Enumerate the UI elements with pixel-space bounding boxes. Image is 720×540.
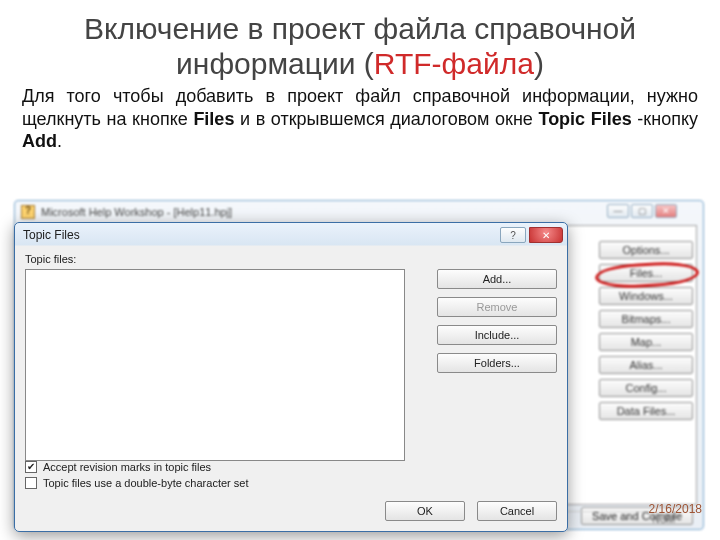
checkbox-group: ✔ Accept revision marks in topic files T… bbox=[25, 461, 248, 489]
dialog-side-buttons: Add... Remove Include... Folders... bbox=[437, 269, 557, 373]
slide-date: 2/16/2018 bbox=[649, 502, 702, 516]
dialog-ok-row: OK Cancel bbox=[385, 501, 557, 521]
window-titlebar: Microsoft Help Workshop - [Help11.hpj] bbox=[15, 201, 703, 223]
bitmaps-button[interactable]: Bitmaps... bbox=[599, 310, 693, 328]
slide-title: Включение в проект файла справочной инфо… bbox=[0, 0, 720, 85]
title-tail: ) bbox=[534, 47, 544, 80]
add-button[interactable]: Add... bbox=[437, 269, 557, 289]
app-icon bbox=[21, 205, 35, 219]
check1-label: Accept revision marks in topic files bbox=[43, 461, 211, 473]
checkbox-icon: ✔ bbox=[25, 461, 37, 473]
remove-button: Remove bbox=[437, 297, 557, 317]
alias-button[interactable]: Alias... bbox=[599, 356, 693, 374]
window-caption-buttons: — ▢ ✕ bbox=[607, 204, 677, 218]
dialog-close-button[interactable]: ✕ bbox=[529, 227, 563, 243]
topic-files-dialog: Topic Files ? ✕ Topic files: Add... Remo… bbox=[14, 222, 568, 532]
close-button[interactable]: ✕ bbox=[655, 204, 677, 218]
map-button[interactable]: Map... bbox=[599, 333, 693, 351]
double-byte-checkbox[interactable]: Topic files use a double-byte character … bbox=[25, 477, 248, 489]
dialog-help-button[interactable]: ? bbox=[500, 227, 526, 243]
windows-button[interactable]: Windows... bbox=[599, 287, 693, 305]
include-button[interactable]: Include... bbox=[437, 325, 557, 345]
cancel-button[interactable]: Cancel bbox=[477, 501, 557, 521]
minimize-button[interactable]: — bbox=[607, 204, 629, 218]
ok-button[interactable]: OK bbox=[385, 501, 465, 521]
folders-button[interactable]: Folders... bbox=[437, 353, 557, 373]
window-title: Microsoft Help Workshop - [Help11.hpj] bbox=[41, 206, 232, 218]
dialog-titlebar: Topic Files ? ✕ bbox=[15, 223, 567, 247]
topic-files-listbox[interactable] bbox=[25, 269, 405, 461]
accept-revision-checkbox[interactable]: ✔ Accept revision marks in topic files bbox=[25, 461, 248, 473]
title-accent: RTF-файла bbox=[374, 47, 534, 80]
config-button[interactable]: Config... bbox=[599, 379, 693, 397]
maximize-button[interactable]: ▢ bbox=[631, 204, 653, 218]
checkbox-icon bbox=[25, 477, 37, 489]
body-paragraph: Для того чтобы добавить в проект файл сп… bbox=[0, 85, 720, 163]
check2-label: Topic files use a double-byte character … bbox=[43, 477, 248, 489]
title-plain: Включение в проект файла справочной инфо… bbox=[84, 12, 636, 80]
dialog-title: Topic Files bbox=[23, 228, 80, 242]
datafiles-button[interactable]: Data Files... bbox=[599, 402, 693, 420]
topic-files-label: Topic files: bbox=[25, 253, 557, 265]
options-button[interactable]: Options... bbox=[599, 241, 693, 259]
